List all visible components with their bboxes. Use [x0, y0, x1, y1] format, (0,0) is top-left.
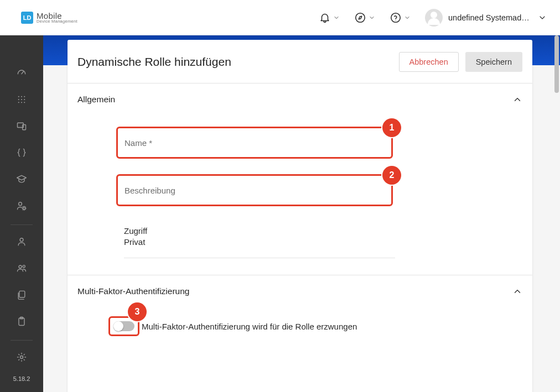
- svg-point-14: [19, 202, 22, 206]
- page-title: Dynamische Rolle hinzufügen: [77, 55, 231, 69]
- chevron-down-icon: [538, 13, 547, 22]
- logo-badge: LD: [21, 12, 33, 24]
- nav-settings[interactable]: [11, 346, 33, 368]
- devices-icon: [16, 121, 27, 132]
- callout-3: 3: [128, 302, 147, 321]
- nav-academy[interactable]: [11, 168, 33, 190]
- svg-rect-19: [19, 291, 25, 297]
- clipboard-icon: [16, 316, 27, 327]
- gauge-icon: [16, 67, 27, 79]
- nav-rail: 5.18.2: [0, 35, 43, 392]
- app-version: 5.18.2: [13, 375, 30, 382]
- callout-2: 2: [382, 166, 401, 185]
- access-block: Zugriff Privat: [124, 226, 395, 258]
- svg-point-7: [21, 99, 22, 100]
- dialog-header: Dynamische Rolle hinzufügen Abbrechen Sp…: [68, 40, 532, 83]
- svg-point-9: [18, 102, 19, 103]
- callout-1: 1: [382, 118, 401, 137]
- nav-separator: [11, 340, 33, 341]
- section-mfa-title: Multi-Faktor-Authentifizierung: [77, 286, 189, 296]
- nav-devices[interactable]: [11, 115, 33, 137]
- person-icon: [16, 236, 27, 247]
- clipboard-stack-icon: [16, 289, 27, 300]
- chevron-up-icon: [512, 95, 522, 104]
- access-label: Zugriff: [124, 226, 395, 236]
- svg-point-3: [18, 96, 19, 97]
- description-field[interactable]: Beschreibung 2: [116, 174, 393, 206]
- nav-clipboard[interactable]: [11, 284, 33, 306]
- notifications-button[interactable]: [319, 12, 340, 24]
- dialog-actions: Abbrechen Speichern: [399, 52, 522, 72]
- help-icon: [390, 12, 402, 24]
- svg-point-10: [21, 102, 22, 103]
- scrollbar-thumb[interactable]: [554, 35, 559, 93]
- chevron-down-icon: [404, 14, 411, 21]
- nav-policies[interactable]: [11, 142, 33, 164]
- svg-point-8: [24, 99, 25, 100]
- nav-dashboard[interactable]: [11, 62, 33, 84]
- toggle-knob: [113, 321, 123, 331]
- compass-icon: [354, 12, 366, 24]
- section-mfa: Multi-Faktor-Authentifizierung 3 Multi-F…: [68, 275, 532, 353]
- page-scrollbar[interactable]: [553, 35, 560, 392]
- svg-point-0: [356, 13, 365, 22]
- svg-point-2: [395, 20, 396, 20]
- top-header: LD Mobile Device Management undefined Sy…: [0, 0, 560, 35]
- mfa-toggle[interactable]: [113, 321, 134, 331]
- dialog-card: Dynamische Rolle hinzufügen Abbrechen Sp…: [68, 40, 532, 392]
- user-name: undefined Systemadmi…: [448, 13, 532, 22]
- svg-point-6: [18, 99, 19, 100]
- header-actions: undefined Systemadmi…: [319, 9, 547, 27]
- people-icon: [16, 263, 27, 274]
- nav-clipboard-2[interactable]: [11, 310, 33, 332]
- mfa-toggle-callout: 3: [108, 316, 139, 336]
- section-general-body: Name * 1 Beschreibung 2 Zugriff Privat: [68, 112, 532, 275]
- nav-apps[interactable]: [11, 88, 33, 111]
- grid-icon: [17, 95, 27, 104]
- gear-icon: [16, 352, 27, 363]
- section-mfa-header[interactable]: Multi-Faktor-Authentifizierung: [68, 275, 532, 304]
- name-field[interactable]: Name * 1: [116, 127, 393, 159]
- svg-point-4: [21, 96, 22, 97]
- logo-text: Mobile Device Management: [37, 12, 77, 24]
- svg-point-1: [391, 13, 401, 22]
- help-button[interactable]: [390, 12, 411, 24]
- nav-separator: [11, 224, 33, 225]
- user-gear-icon: [16, 200, 27, 211]
- bell-icon: [319, 12, 331, 24]
- app-logo: LD Mobile Device Management: [21, 12, 77, 24]
- name-label: Name *: [125, 138, 152, 148]
- access-value: Privat: [124, 237, 395, 247]
- avatar: [425, 9, 443, 27]
- svg-point-18: [23, 265, 25, 268]
- svg-point-5: [24, 96, 25, 97]
- chevron-down-icon: [369, 14, 375, 21]
- section-general: Allgemein Name * 1 Beschreibung 2 Zugrif…: [68, 83, 532, 275]
- section-general-header[interactable]: Allgemein: [68, 83, 532, 112]
- mfa-toggle-label: Multi-Faktor-Authentifizierung wird für …: [142, 322, 357, 331]
- logo-line2: Device Management: [37, 19, 77, 24]
- svg-point-22: [20, 356, 23, 359]
- nav-groups[interactable]: [11, 257, 33, 279]
- svg-point-11: [24, 102, 25, 103]
- graduation-icon: [16, 174, 27, 185]
- svg-point-17: [19, 265, 22, 268]
- chevron-down-icon: [333, 14, 340, 21]
- braces-icon: [16, 147, 27, 158]
- cancel-button[interactable]: Abbrechen: [399, 52, 459, 72]
- save-button[interactable]: Speichern: [465, 52, 522, 72]
- description-label: Beschreibung: [125, 186, 175, 195]
- svg-point-16: [20, 238, 23, 242]
- nav-user-settings[interactable]: [11, 195, 33, 217]
- chevron-up-icon: [512, 286, 522, 296]
- user-menu[interactable]: undefined Systemadmi…: [425, 9, 547, 27]
- activity-button[interactable]: [354, 12, 375, 24]
- section-general-title: Allgemein: [77, 95, 115, 104]
- content-stage: Dynamische Rolle hinzufügen Abbrechen Sp…: [43, 35, 560, 392]
- section-mfa-body: 3 Multi-Faktor-Authentifizierung wird fü…: [68, 304, 532, 353]
- nav-person[interactable]: [11, 231, 33, 253]
